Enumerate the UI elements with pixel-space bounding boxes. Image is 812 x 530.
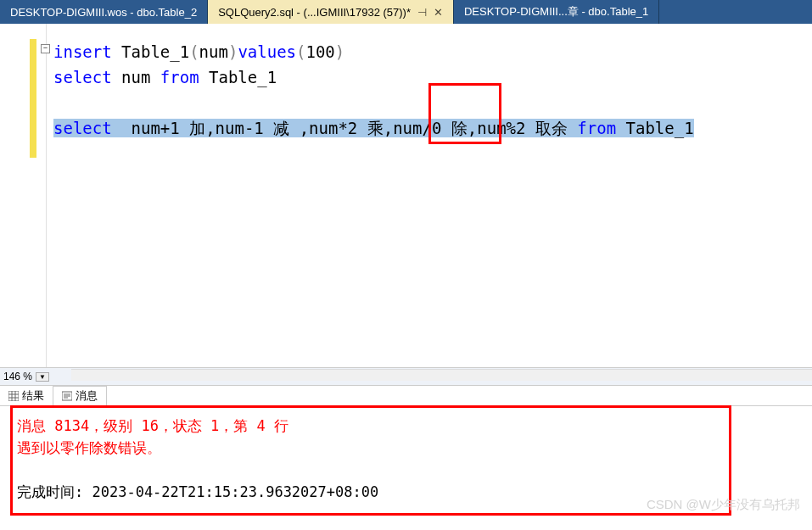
keyword-from: from [160, 68, 199, 86]
selected-line: select num+1 加,num-1 减 ,num*2 乘,num/0 除,… [53, 119, 694, 137]
tab-label: DESKTOP-DIGMIII.wos - dbo.Table_2 [10, 6, 197, 19]
svg-rect-0 [8, 391, 19, 401]
pin-icon[interactable]: ⊣ [417, 6, 427, 19]
close-icon[interactable]: ✕ [434, 6, 443, 19]
tab-messages[interactable]: 消息 [53, 386, 107, 405]
tab-label: SQLQuery2.sql - (...IGMIII\17932 (57))* [218, 6, 411, 19]
tab-results[interactable]: 结果 [0, 386, 53, 405]
tab-table2[interactable]: DESKTOP-DIGMIII.wos - dbo.Table_2 [0, 0, 208, 24]
zoom-dropdown[interactable]: ▼ [36, 372, 49, 382]
annotation-box-2 [10, 405, 731, 516]
tab-label: DESKTOP-DIGMIII...章 - dbo.Table_1 [464, 4, 648, 20]
keyword-values: values [238, 42, 296, 61]
tab-table1[interactable]: DESKTOP-DIGMIII...章 - dbo.Table_1 [454, 0, 659, 24]
keyword-insert: insert [53, 42, 112, 61]
results-label: 结果 [22, 388, 44, 404]
code-editor[interactable]: insert Table_1(num)values(100) select nu… [47, 24, 694, 367]
keyword-from: from [577, 119, 616, 137]
collapse-toggle[interactable]: − [41, 44, 50, 53]
keyword-select: select [53, 119, 112, 137]
change-indicator [30, 39, 36, 158]
horizontal-scrollbar[interactable] [71, 369, 812, 381]
tab-sqlquery2[interactable]: SQLQuery2.sql - (...IGMIII\17932 (57))* … [208, 0, 454, 24]
messages-label: 消息 [76, 388, 98, 404]
editor-area: − insert Table_1(num)values(100) select … [0, 24, 812, 367]
result-tabs: 结果 消息 [0, 386, 812, 406]
editor-gutter: − [0, 24, 47, 367]
keyword-select: select [53, 68, 112, 86]
annotation-box-1 [428, 83, 501, 144]
zoom-value: 146 % [3, 371, 32, 382]
messages-icon [62, 391, 72, 401]
grid-icon [8, 391, 19, 401]
tab-bar: DESKTOP-DIGMIII.wos - dbo.Table_2 SQLQue… [0, 0, 812, 24]
